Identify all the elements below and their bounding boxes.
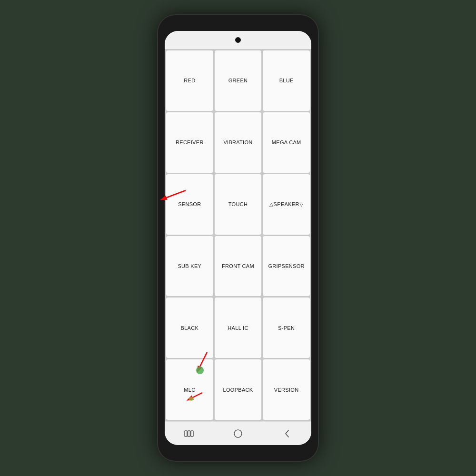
grid-cell-black[interactable]: BLACK <box>166 298 213 358</box>
home-button[interactable] <box>229 425 247 442</box>
phone-screen: REDGREENBLUERECEIVERVIBRATIONMEGA CAMSEN… <box>165 31 311 445</box>
grid-cell-sensor[interactable]: SENSOR <box>166 174 213 235</box>
grid-cell-version[interactable]: VERSION <box>263 359 310 420</box>
grid-cell-vibration[interactable]: VIBRATION <box>215 112 262 173</box>
status-bar <box>165 31 311 49</box>
grid-cell-gripsensor[interactable]: GRIPSENSOR <box>263 236 310 297</box>
grid-cell-touch[interactable]: TOUCH <box>215 174 262 235</box>
grid-cell-mega-cam[interactable]: MEGA CAM <box>263 112 310 173</box>
grid-cell-loopback[interactable]: LOOPBACK <box>215 359 262 420</box>
grid-cell-speaker[interactable]: △SPEAKER▽ <box>263 174 310 235</box>
grid-cell-hall-ic[interactable]: HALL IC <box>215 298 262 358</box>
grid-cell-blue[interactable]: BLUE <box>263 50 310 111</box>
nav-bar <box>165 421 311 445</box>
svg-rect-2 <box>191 431 193 436</box>
recent-apps-button[interactable] <box>180 425 198 442</box>
grid-cell-s-pen[interactable]: S-PEN <box>263 298 310 358</box>
back-button[interactable] <box>278 425 296 442</box>
grid-cell-sub-key[interactable]: SUB KEY <box>166 236 213 297</box>
front-camera-hole <box>235 37 241 43</box>
svg-rect-1 <box>188 431 190 436</box>
grid-cell-front-cam[interactable]: FRONT CAM <box>215 236 262 297</box>
svg-rect-0 <box>185 431 187 436</box>
phone-device: REDGREENBLUERECEIVERVIBRATIONMEGA CAMSEN… <box>157 14 319 462</box>
grid-cell-red[interactable]: RED <box>166 50 213 111</box>
test-grid: REDGREENBLUERECEIVERVIBRATIONMEGA CAMSEN… <box>165 49 311 421</box>
grid-cell-green[interactable]: GREEN <box>215 50 262 111</box>
grid-cell-mlc[interactable]: MLC <box>166 359 213 420</box>
grid-cell-receiver[interactable]: RECEIVER <box>166 112 213 173</box>
svg-point-3 <box>234 430 242 437</box>
